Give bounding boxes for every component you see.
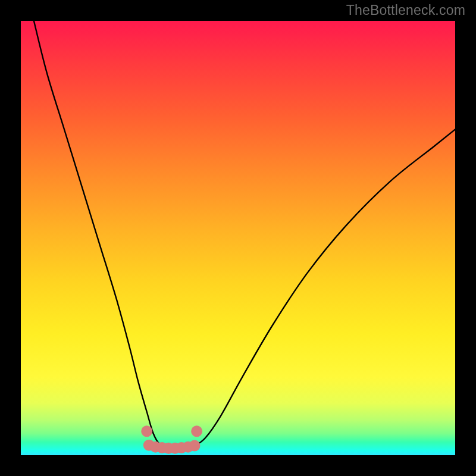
bottleneck-curve — [34, 21, 455, 448]
highlight-dot — [191, 425, 202, 437]
watermark-text: TheBottleneck.com — [346, 2, 465, 18]
chart-frame: TheBottleneck.com — [0, 0, 476, 476]
plot-area — [21, 21, 455, 455]
bottleneck-curve-svg — [21, 21, 455, 455]
highlight-dot — [189, 440, 201, 451]
highlight-dot — [141, 425, 152, 437]
